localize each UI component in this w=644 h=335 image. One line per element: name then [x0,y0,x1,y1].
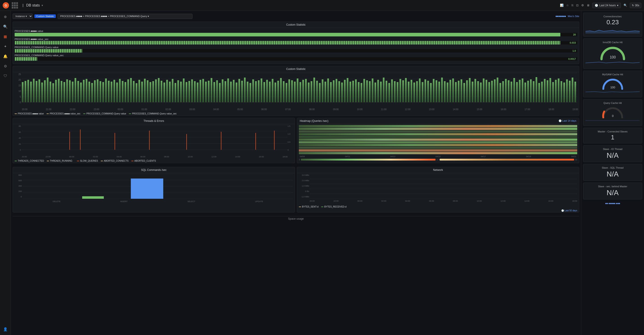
svg-rect-61 [152,81,154,102]
svg-rect-46 [111,82,112,102]
svg-rect-202 [544,79,546,102]
svg-rect-120 [316,81,318,102]
toolbar-link2[interactable]: Meo's Site [568,15,579,18]
svg-rect-107 [280,78,282,102]
svg-rect-138 [366,80,368,102]
sidebar-item-alerts[interactable]: 🔔 [1,52,10,60]
svg-rect-193 [519,80,520,102]
export-icon[interactable]: ⊡ [576,4,578,7]
svg-rect-180 [483,78,484,102]
sidebar-item-dashboards[interactable]: ▦ [1,32,10,40]
threads-svg [22,125,288,150]
svg-rect-26 [55,80,57,102]
svg-rect-181 [486,80,487,102]
sidebar-item-search[interactable]: 🔍 [1,22,10,30]
chart-icon[interactable]: 📊 [560,4,564,7]
network-time[interactable]: 🕐 Last 50 days [297,209,579,212]
svg-rect-76 [194,81,196,102]
svg-rect-133 [352,81,354,102]
time-range-label: Last 24 hours [600,4,616,7]
bar-track-3: 0.0017 [14,57,577,61]
svg-rect-130 [344,80,346,102]
svg-rect-70 [178,80,179,102]
svg-rect-109 [286,83,287,102]
svg-rect-36 [83,80,84,102]
heatmap-title: Heatmap (Queries /sec) [300,120,328,122]
search-icon[interactable]: 🔍 [624,4,627,7]
svg-rect-73 [186,82,187,102]
svg-rect-48 [116,82,118,102]
svg-rect-64 [161,81,162,102]
right-sidebar: Connections/sec 0.23 InnoDB Cache Hit 10… [581,11,644,335]
svg-rect-159 [424,79,426,102]
time-range-picker[interactable]: 🕐 Last 24 hours ▾ [592,3,621,8]
legend-item-0: PROCESSES.■■■■ value [14,112,44,115]
custom-statistic-badge[interactable]: Custom Statistic [34,14,56,18]
share-icon[interactable]: ⎘ [572,4,574,7]
heatmap-time[interactable]: 🕐 Last 14 days [558,120,576,122]
svg-rect-149 [397,82,398,102]
bar-value-2: 1.0 [572,49,576,52]
bottom-link[interactable]: ■■ ■■■■■.■■■ [583,201,642,206]
svg-rect-54 [133,81,134,102]
svg-rect-124 [328,78,329,102]
svg-rect-84 [216,80,218,102]
query-selector[interactable]: PROCESSES.■■■■ + PROCESSES.■■■■ + PROCES… [58,14,192,19]
svg-rect-79 [202,79,204,102]
instance-selector[interactable]: Instance ▾ [12,14,32,19]
svg-text:100: 100 [610,55,616,59]
innodb-gauge-wrapper: 100 [586,44,640,60]
custom-statistic-panel-1: Custom Statistic PROCESSES.■■■■ value [12,22,579,64]
svg-rect-100 [260,78,262,102]
svg-rect-103 [269,82,270,102]
star-icon[interactable]: ☆ [566,4,569,7]
svg-rect-3 [14,41,560,44]
bar-track-1: 0.033 [14,41,577,44]
sidebar-item-user[interactable]: 👤 [1,325,10,333]
svg-rect-99 [258,80,260,102]
myisam-title: MyISAM Cache Hit [586,73,640,76]
svg-rect-18 [33,79,34,102]
topnav-actions: 📊 ☆ ⎘ ⊡ ⚙ 🖥 🕐 Last 24 hours ▾ 🔍 ↻ 30s [560,3,641,8]
refresh-control[interactable]: ↻ 30s [630,3,641,8]
svg-rect-7 [14,57,37,61]
sidebar-item-admin[interactable]: 🛡 [1,72,10,80]
svg-rect-40 [94,80,96,102]
slave-sql-value: N/A [586,170,640,178]
svg-rect-16 [28,80,29,102]
svg-rect-162 [433,79,434,102]
bar-label-1: PROCESSES.■■■■ value_sec [14,38,577,40]
svg-rect-135 [358,82,359,102]
bar-label-3: PROCESSES_COMMAND.Query value_sec [14,54,577,57]
sidebar-item-home[interactable]: ⊕ [1,12,10,21]
sql-svg [23,174,293,199]
bar-value-0: 20 [573,33,576,36]
monitor-icon[interactable]: 🖥 [587,4,590,7]
legend-item-1: PROCESSES.■■■■ value_sec [46,112,80,115]
svg-rect-238 [299,152,577,154]
svg-rect-101 [263,82,265,102]
title-chevron[interactable]: ▾ [42,4,43,7]
toolbar-link1[interactable]: ■■■■■■■ [556,15,566,18]
svg-rect-174 [466,80,468,102]
svg-rect-47 [114,80,115,102]
svg-rect-194 [522,78,523,102]
sidebar-item-config[interactable]: ⚙ [1,62,10,70]
svg-rect-112 [294,82,296,102]
svg-rect-237 [299,149,577,152]
svg-rect-5 [14,49,82,52]
svg-rect-198 [533,81,534,102]
svg-rect-171 [458,81,460,102]
slave-io-title: Slave - IO Thread [586,148,640,150]
svg-rect-42 [100,81,101,102]
query-cache-gauge: 0 [602,105,624,118]
svg-text:100: 100 [610,86,615,89]
settings-icon[interactable]: ⚙ [581,4,584,7]
grid-icon[interactable] [12,2,18,8]
center-panel: Instance ▾ Custom Statistic PROCESSES.■■… [11,11,581,335]
svg-rect-157 [419,78,420,102]
svg-rect-44 [105,78,107,102]
sidebar-item-explore[interactable]: ✦ [1,42,10,50]
svg-rect-201 [541,82,542,102]
svg-rect-94 [244,78,246,102]
